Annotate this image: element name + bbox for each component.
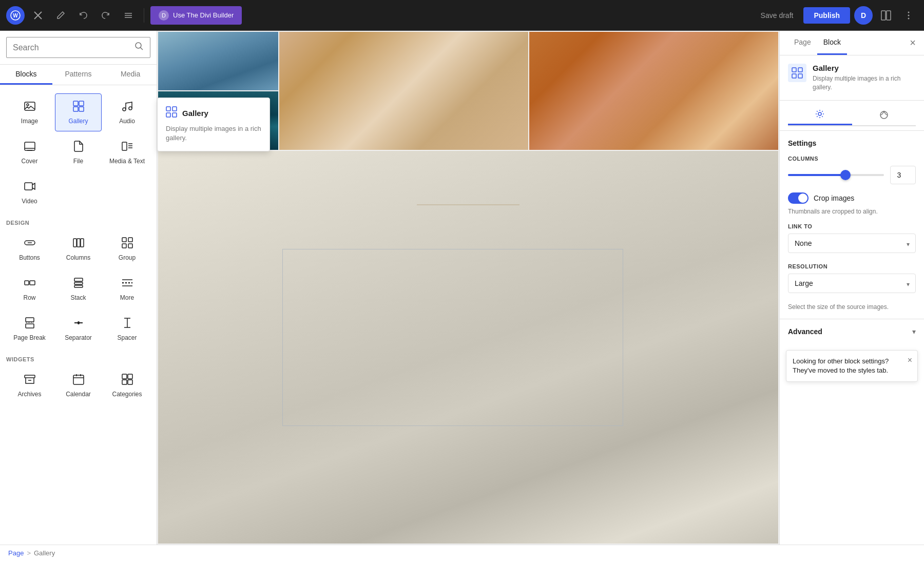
block-info-description: Display multiple images in a rich galler… <box>813 74 916 92</box>
settings-panel-button[interactable] <box>877 6 895 25</box>
svg-rect-41 <box>74 278 83 281</box>
block-item-archives[interactable]: Archives <box>6 366 53 404</box>
advanced-row[interactable]: Advanced ▾ <box>780 319 924 344</box>
columns-input[interactable]: 3 <box>890 166 916 184</box>
left-sidebar: Blocks Patterns Media Image Gallery <box>0 31 157 545</box>
divi-builder-button[interactable]: D Use The Divi Builder <box>150 6 242 25</box>
undo-button[interactable] <box>74 6 92 25</box>
tooltip-header: Gallery <box>166 106 261 120</box>
categories-block-label: Categories <box>112 391 142 398</box>
tab-blocks[interactable]: Blocks <box>0 65 52 85</box>
block-item-cover[interactable]: Cover <box>6 133 53 171</box>
panel-tabs: Page Block × <box>780 31 924 55</box>
notification-close-button[interactable]: × <box>908 356 912 365</box>
block-item-media-text[interactable]: Media & Text <box>104 133 150 171</box>
svg-point-11 <box>908 17 910 19</box>
resolution-label: RESOLUTION <box>788 263 916 269</box>
block-item-stack[interactable]: Stack <box>55 270 102 308</box>
calendar-block-icon <box>72 373 85 388</box>
block-info-title: Gallery <box>813 64 916 72</box>
svg-rect-57 <box>73 375 84 384</box>
search-input[interactable] <box>13 43 130 52</box>
svg-rect-48 <box>26 324 34 328</box>
columns-label: COLUMNS <box>788 156 916 162</box>
breadcrumb-page[interactable]: Page <box>8 549 24 557</box>
tab-block[interactable]: Block <box>817 31 847 55</box>
list-view-button[interactable] <box>119 6 138 25</box>
cover-block-label: Cover <box>21 158 37 165</box>
block-item-separator[interactable]: Separator <box>55 310 102 348</box>
svg-point-10 <box>908 14 910 16</box>
link-to-select[interactable]: None Attachment Page Media File <box>788 234 916 253</box>
block-item-buttons[interactable]: Buttons <box>6 230 53 268</box>
block-item-file[interactable]: File <box>55 133 102 171</box>
crop-images-toggle[interactable] <box>788 192 808 204</box>
divi-icon: D <box>159 10 169 21</box>
svg-rect-34 <box>81 239 84 247</box>
group-block-icon <box>121 237 133 251</box>
stack-block-icon <box>72 277 85 291</box>
block-item-spacer[interactable]: Spacer <box>104 310 150 348</box>
gallery-tooltip: Gallery Display multiple images in a ric… <box>157 98 270 151</box>
block-item-calendar[interactable]: Calendar <box>55 366 102 404</box>
tab-page[interactable]: Page <box>788 31 817 55</box>
styles-tab-button[interactable] <box>852 105 916 125</box>
block-item-video[interactable]: Video <box>6 173 53 211</box>
block-item-row[interactable]: Row <box>6 270 53 308</box>
main-layout: Blocks Patterns Media Image Gallery <box>0 31 924 545</box>
tab-media[interactable]: Media <box>104 65 157 85</box>
block-item-categories[interactable]: Categories <box>104 366 150 404</box>
breadcrumb-separator: > <box>27 549 31 557</box>
block-item-group[interactable]: Group <box>104 230 150 268</box>
more-block-icon <box>121 277 133 291</box>
tooltip-desc: Display multiple images in a rich galler… <box>166 124 261 143</box>
wp-avatar-button[interactable]: D <box>854 6 873 25</box>
redo-button[interactable] <box>97 6 115 25</box>
svg-rect-40 <box>30 281 35 285</box>
block-item-more[interactable]: More <box>104 270 150 308</box>
separator-block-label: Separator <box>65 334 92 341</box>
save-draft-button[interactable]: Save draft <box>755 7 800 24</box>
svg-rect-67 <box>166 113 170 117</box>
svg-point-15 <box>27 104 29 106</box>
page-break-block-icon <box>24 317 36 331</box>
edit-button[interactable] <box>51 6 70 25</box>
toolbar-divider <box>144 8 144 23</box>
toggle-knob <box>798 194 807 203</box>
svg-rect-65 <box>166 107 170 111</box>
wp-logo[interactable]: W <box>6 6 25 25</box>
block-item-page-break[interactable]: Page Break <box>6 310 53 348</box>
panel-close-button[interactable]: × <box>910 37 916 49</box>
block-item-audio[interactable]: Audio <box>104 93 150 131</box>
svg-rect-32 <box>73 239 76 247</box>
settings-tab-button[interactable] <box>788 105 852 125</box>
settings-section: Settings COLUMNS 3 <box>780 131 924 319</box>
image-block-icon <box>24 100 36 114</box>
svg-rect-14 <box>25 102 35 110</box>
svg-rect-8 <box>887 11 891 20</box>
svg-rect-51 <box>78 321 80 324</box>
resolution-select[interactable]: Thumbnail Medium Large Full Size <box>788 274 916 293</box>
right-panel: Page Block × Gallery Display multiple im… <box>779 31 924 545</box>
block-item-columns[interactable]: Columns <box>55 230 102 268</box>
publish-button[interactable]: Publish <box>803 7 850 24</box>
svg-rect-29 <box>25 183 32 190</box>
svg-rect-42 <box>74 282 83 284</box>
block-item-image[interactable]: Image <box>6 93 53 131</box>
archives-block-label: Archives <box>17 391 41 398</box>
search-input-wrap[interactable] <box>6 37 150 58</box>
block-item-gallery[interactable]: Gallery <box>55 93 102 131</box>
svg-rect-63 <box>122 380 127 384</box>
tab-patterns[interactable]: Patterns <box>52 65 105 85</box>
columns-row: 3 <box>788 166 916 184</box>
svg-rect-72 <box>798 74 802 78</box>
svg-point-73 <box>818 112 821 115</box>
toolbar: W D Use The Divi Builder Save draft Publ… <box>0 0 924 31</box>
more-options-button[interactable] <box>899 6 918 25</box>
close-button[interactable] <box>29 6 47 25</box>
image-block-label: Image <box>21 118 38 125</box>
svg-rect-25 <box>122 142 127 150</box>
media-text-block-icon <box>121 140 133 154</box>
columns-slider[interactable] <box>788 170 884 180</box>
cover-block-icon <box>24 140 36 154</box>
